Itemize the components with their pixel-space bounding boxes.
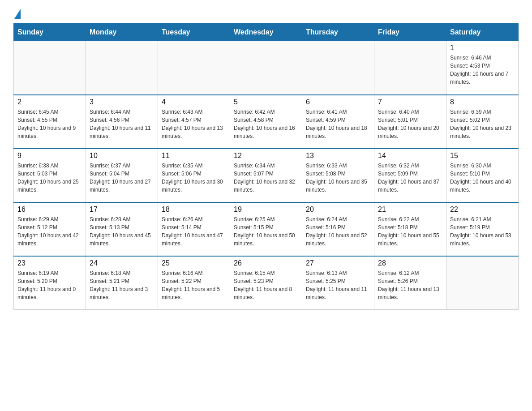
calendar-day-cell: 8Sunrise: 6:39 AM Sunset: 5:02 PM Daylig… xyxy=(446,95,519,149)
day-number: 17 xyxy=(90,206,154,214)
calendar-day-cell xyxy=(446,256,519,310)
calendar-header-wednesday: Wednesday xyxy=(230,24,302,41)
day-info: Sunrise: 6:37 AM Sunset: 5:04 PM Dayligh… xyxy=(90,162,154,194)
calendar-day-cell: 18Sunrise: 6:26 AM Sunset: 5:14 PM Dayli… xyxy=(158,202,230,256)
day-number: 20 xyxy=(306,206,370,214)
day-number: 2 xyxy=(17,98,82,106)
day-info: Sunrise: 6:38 AM Sunset: 5:03 PM Dayligh… xyxy=(17,162,82,194)
day-number: 4 xyxy=(162,98,226,106)
day-info: Sunrise: 6:12 AM Sunset: 5:26 PM Dayligh… xyxy=(378,269,442,301)
day-info: Sunrise: 6:35 AM Sunset: 5:06 PM Dayligh… xyxy=(162,162,226,194)
day-number: 25 xyxy=(162,259,226,267)
calendar-header-friday: Friday xyxy=(374,24,446,41)
calendar-day-cell: 17Sunrise: 6:28 AM Sunset: 5:13 PM Dayli… xyxy=(86,202,158,256)
day-number: 21 xyxy=(378,206,442,214)
calendar-week-row: 9Sunrise: 6:38 AM Sunset: 5:03 PM Daylig… xyxy=(14,149,519,202)
day-number: 11 xyxy=(162,152,226,160)
calendar-day-cell: 16Sunrise: 6:29 AM Sunset: 5:12 PM Dayli… xyxy=(14,202,86,256)
day-number: 5 xyxy=(234,98,298,106)
calendar-day-cell: 19Sunrise: 6:25 AM Sunset: 5:15 PM Dayli… xyxy=(230,202,302,256)
day-number: 24 xyxy=(90,259,154,267)
day-number: 8 xyxy=(450,98,515,106)
calendar-week-row: 23Sunrise: 6:19 AM Sunset: 5:20 PM Dayli… xyxy=(14,256,519,310)
calendar-day-cell: 27Sunrise: 6:13 AM Sunset: 5:25 PM Dayli… xyxy=(302,256,374,310)
day-info: Sunrise: 6:29 AM Sunset: 5:12 PM Dayligh… xyxy=(17,215,82,248)
day-info: Sunrise: 6:24 AM Sunset: 5:16 PM Dayligh… xyxy=(306,215,370,248)
calendar-header-sunday: Sunday xyxy=(14,24,86,41)
day-info: Sunrise: 6:15 AM Sunset: 5:23 PM Dayligh… xyxy=(234,269,298,301)
calendar-day-cell xyxy=(14,41,86,95)
day-info: Sunrise: 6:46 AM Sunset: 4:53 PM Dayligh… xyxy=(450,54,515,86)
day-number: 26 xyxy=(234,259,298,267)
day-info: Sunrise: 6:19 AM Sunset: 5:20 PM Dayligh… xyxy=(17,269,82,301)
calendar-header-tuesday: Tuesday xyxy=(158,24,230,41)
calendar-day-cell: 22Sunrise: 6:21 AM Sunset: 5:19 PM Dayli… xyxy=(446,202,519,256)
calendar-header-monday: Monday xyxy=(86,24,158,41)
logo xyxy=(13,9,21,19)
day-number: 18 xyxy=(162,206,226,214)
calendar-week-row: 1Sunrise: 6:46 AM Sunset: 4:53 PM Daylig… xyxy=(14,41,519,95)
calendar-day-cell xyxy=(158,41,230,95)
day-info: Sunrise: 6:18 AM Sunset: 5:21 PM Dayligh… xyxy=(90,269,154,301)
calendar-day-cell: 6Sunrise: 6:41 AM Sunset: 4:59 PM Daylig… xyxy=(302,95,374,149)
calendar-day-cell: 24Sunrise: 6:18 AM Sunset: 5:21 PM Dayli… xyxy=(86,256,158,310)
day-number: 10 xyxy=(90,152,154,160)
calendar-day-cell: 5Sunrise: 6:42 AM Sunset: 4:58 PM Daylig… xyxy=(230,95,302,149)
day-number: 15 xyxy=(450,152,515,160)
calendar-header-row: SundayMondayTuesdayWednesdayThursdayFrid… xyxy=(14,24,519,41)
day-number: 27 xyxy=(306,259,370,267)
day-info: Sunrise: 6:25 AM Sunset: 5:15 PM Dayligh… xyxy=(234,215,298,248)
day-number: 9 xyxy=(17,152,82,160)
calendar-day-cell: 13Sunrise: 6:33 AM Sunset: 5:08 PM Dayli… xyxy=(302,149,374,202)
day-number: 19 xyxy=(234,206,298,214)
calendar-week-row: 16Sunrise: 6:29 AM Sunset: 5:12 PM Dayli… xyxy=(14,202,519,256)
calendar-day-cell xyxy=(86,41,158,95)
day-info: Sunrise: 6:34 AM Sunset: 5:07 PM Dayligh… xyxy=(234,162,298,194)
calendar-day-cell: 12Sunrise: 6:34 AM Sunset: 5:07 PM Dayli… xyxy=(230,149,302,202)
calendar-day-cell: 28Sunrise: 6:12 AM Sunset: 5:26 PM Dayli… xyxy=(374,256,446,310)
calendar-day-cell: 23Sunrise: 6:19 AM Sunset: 5:20 PM Dayli… xyxy=(14,256,86,310)
day-info: Sunrise: 6:39 AM Sunset: 5:02 PM Dayligh… xyxy=(450,108,515,140)
day-number: 23 xyxy=(17,259,82,267)
calendar-day-cell xyxy=(230,41,302,95)
calendar-day-cell: 10Sunrise: 6:37 AM Sunset: 5:04 PM Dayli… xyxy=(86,149,158,202)
day-info: Sunrise: 6:21 AM Sunset: 5:19 PM Dayligh… xyxy=(450,215,515,248)
day-number: 12 xyxy=(234,152,298,160)
day-info: Sunrise: 6:16 AM Sunset: 5:22 PM Dayligh… xyxy=(162,269,226,301)
calendar-day-cell: 3Sunrise: 6:44 AM Sunset: 4:56 PM Daylig… xyxy=(86,95,158,149)
day-number: 14 xyxy=(378,152,442,160)
calendar-day-cell: 11Sunrise: 6:35 AM Sunset: 5:06 PM Dayli… xyxy=(158,149,230,202)
day-number: 22 xyxy=(450,206,515,214)
calendar-day-cell: 14Sunrise: 6:32 AM Sunset: 5:09 PM Dayli… xyxy=(374,149,446,202)
day-info: Sunrise: 6:32 AM Sunset: 5:09 PM Dayligh… xyxy=(378,162,442,194)
day-info: Sunrise: 6:40 AM Sunset: 5:01 PM Dayligh… xyxy=(378,108,442,140)
calendar-day-cell: 26Sunrise: 6:15 AM Sunset: 5:23 PM Dayli… xyxy=(230,256,302,310)
day-info: Sunrise: 6:43 AM Sunset: 4:57 PM Dayligh… xyxy=(162,108,226,140)
calendar-day-cell: 21Sunrise: 6:22 AM Sunset: 5:18 PM Dayli… xyxy=(374,202,446,256)
calendar-day-cell: 7Sunrise: 6:40 AM Sunset: 5:01 PM Daylig… xyxy=(374,95,446,149)
day-info: Sunrise: 6:41 AM Sunset: 4:59 PM Dayligh… xyxy=(306,108,370,140)
calendar-table: SundayMondayTuesdayWednesdayThursdayFrid… xyxy=(13,23,519,310)
calendar-day-cell xyxy=(302,41,374,95)
calendar-day-cell: 20Sunrise: 6:24 AM Sunset: 5:16 PM Dayli… xyxy=(302,202,374,256)
calendar-day-cell: 15Sunrise: 6:30 AM Sunset: 5:10 PM Dayli… xyxy=(446,149,519,202)
calendar-header-thursday: Thursday xyxy=(302,24,374,41)
calendar-header-saturday: Saturday xyxy=(446,24,519,41)
day-number: 13 xyxy=(306,152,370,160)
day-number: 6 xyxy=(306,98,370,106)
logo-triangle-icon xyxy=(14,9,21,19)
day-info: Sunrise: 6:44 AM Sunset: 4:56 PM Dayligh… xyxy=(90,108,154,140)
page-header xyxy=(13,9,519,19)
day-info: Sunrise: 6:30 AM Sunset: 5:10 PM Dayligh… xyxy=(450,162,515,194)
calendar-day-cell: 2Sunrise: 6:45 AM Sunset: 4:55 PM Daylig… xyxy=(14,95,86,149)
calendar-day-cell: 25Sunrise: 6:16 AM Sunset: 5:22 PM Dayli… xyxy=(158,256,230,310)
day-info: Sunrise: 6:13 AM Sunset: 5:25 PM Dayligh… xyxy=(306,269,370,301)
day-info: Sunrise: 6:22 AM Sunset: 5:18 PM Dayligh… xyxy=(378,215,442,248)
day-info: Sunrise: 6:33 AM Sunset: 5:08 PM Dayligh… xyxy=(306,162,370,194)
calendar-day-cell xyxy=(374,41,446,95)
day-number: 3 xyxy=(90,98,154,106)
day-info: Sunrise: 6:26 AM Sunset: 5:14 PM Dayligh… xyxy=(162,215,226,248)
day-number: 1 xyxy=(450,44,515,52)
day-number: 28 xyxy=(378,259,442,267)
day-info: Sunrise: 6:45 AM Sunset: 4:55 PM Dayligh… xyxy=(17,108,82,140)
